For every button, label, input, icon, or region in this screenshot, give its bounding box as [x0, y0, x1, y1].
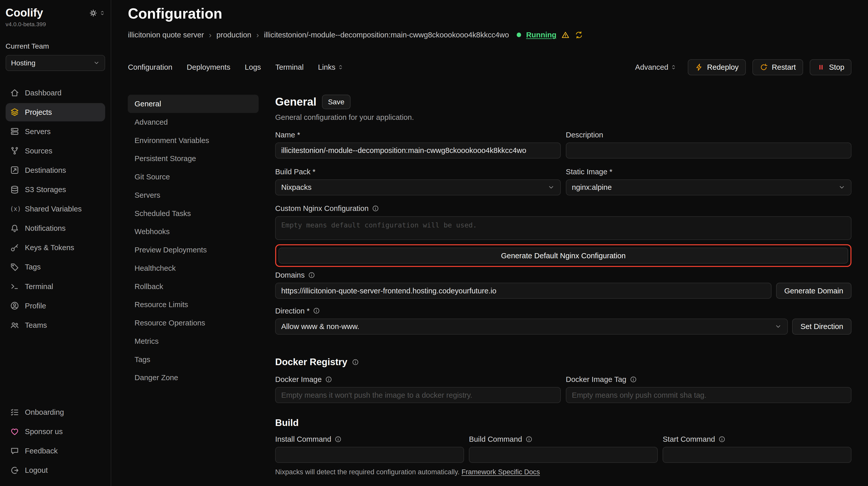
subnav-danger-zone[interactable]: Danger Zone [128, 369, 258, 387]
sidebar-item-servers[interactable]: Servers [6, 122, 105, 141]
warning-icon[interactable] [561, 31, 570, 39]
stop-icon [817, 63, 825, 71]
breadcrumb-separator [256, 31, 259, 39]
docker-grid: Docker Image Docker Image Tag [275, 375, 851, 403]
info-icon[interactable] [525, 435, 532, 443]
restart-button[interactable]: Restart [752, 59, 803, 75]
refresh-status-icon[interactable] [575, 31, 583, 39]
build-pack-select[interactable]: Nixpacks [275, 180, 561, 195]
set-direction-button[interactable]: Set Direction [792, 319, 851, 334]
annotation-highlight-ring: Generate Default Nginx Configuration [275, 244, 851, 267]
nginx-config-textarea[interactable] [275, 216, 851, 240]
build-command-label: Build Command [469, 435, 658, 444]
info-icon[interactable] [630, 376, 637, 383]
tab-logs[interactable]: Logs [245, 63, 261, 71]
info-icon[interactable] [325, 376, 332, 383]
framework-docs-link[interactable]: Framework Specific Docs [462, 468, 540, 476]
docker-image-tag-input[interactable] [566, 387, 851, 403]
current-team-label: Current Team [6, 42, 105, 51]
subnav-resource-operations[interactable]: Resource Operations [128, 314, 258, 332]
status-running-link[interactable]: Running [526, 31, 556, 39]
sidebar-item-onboarding[interactable]: Onboarding [6, 403, 105, 421]
sidebar-item-notifications[interactable]: Notifications [6, 219, 105, 237]
subnav-metrics[interactable]: Metrics [128, 332, 258, 350]
nixpacks-note: Nixpacks will detect the required config… [275, 468, 851, 476]
tab-deployments[interactable]: Deployments [187, 63, 230, 71]
redeploy-button[interactable]: Redeploy [688, 59, 746, 75]
advanced-dropdown[interactable]: Advanced [635, 63, 677, 71]
database-icon [10, 185, 19, 194]
content: General Advanced Environment Variables P… [128, 95, 851, 486]
info-icon[interactable] [372, 205, 379, 212]
sidebar-item-keys-tokens[interactable]: Keys & Tokens [6, 239, 105, 257]
install-command-input[interactable] [275, 447, 464, 463]
docker-image-tag-label: Docker Image Tag [566, 375, 851, 384]
subnav-webhooks[interactable]: Webhooks [128, 222, 258, 241]
restart-icon [760, 63, 768, 71]
general-form: General Save General configuration for y… [275, 95, 851, 486]
generate-domain-button[interactable]: Generate Domain [776, 283, 852, 299]
sidebar-item-logout[interactable]: Logout [6, 461, 105, 479]
action-buttons: Advanced Redeploy Restart Stop [635, 59, 851, 75]
subnav-persistent-storage[interactable]: Persistent Storage [128, 149, 258, 168]
direction-select[interactable]: Allow www & non-www. [275, 319, 788, 334]
sidebar-item-sponsor[interactable]: Sponsor us [6, 422, 105, 441]
domains-input[interactable] [275, 283, 772, 299]
theme-toggle[interactable] [89, 9, 105, 17]
sidebar-item-teams[interactable]: Teams [6, 316, 105, 334]
sidebar-item-profile[interactable]: Profile [6, 297, 105, 315]
start-command-label: Start Command [662, 435, 851, 444]
sidebar-item-terminal[interactable]: Terminal [6, 277, 105, 296]
start-command-input[interactable] [662, 447, 851, 463]
status-dot [517, 33, 521, 37]
description-input[interactable] [566, 142, 851, 159]
info-icon[interactable] [352, 358, 359, 366]
info-icon[interactable] [313, 307, 320, 314]
info-icon[interactable] [335, 435, 342, 443]
sidebar-item-shared-variables[interactable]: Shared Variables [6, 200, 105, 218]
docker-image-input[interactable] [275, 387, 561, 403]
breadcrumb-resource: illicitestonion/-module--decomposition:m… [264, 31, 509, 39]
name-input[interactable] [275, 142, 561, 159]
build-title: Build [275, 418, 851, 428]
subnav-environment-variables[interactable]: Environment Variables [128, 131, 258, 150]
save-button[interactable]: Save [322, 95, 350, 109]
heart-icon [10, 427, 19, 436]
subnav-scheduled-tasks[interactable]: Scheduled Tasks [128, 204, 258, 223]
key-icon [10, 243, 19, 252]
info-icon[interactable] [308, 271, 315, 279]
tab-links[interactable]: Links [318, 63, 344, 71]
static-image-select[interactable]: nginx:alpine [566, 180, 851, 195]
sidebar-item-sources[interactable]: Sources [6, 142, 105, 160]
name-label: Name * [275, 131, 561, 139]
sidebar-item-s3-storages[interactable]: S3 Storages [6, 181, 105, 199]
sidebar-item-dashboard[interactable]: Dashboard [6, 84, 105, 102]
subnav-tags[interactable]: Tags [128, 350, 258, 369]
info-icon[interactable] [718, 435, 725, 443]
subnav-git-source[interactable]: Git Source [128, 168, 258, 186]
breadcrumb-project[interactable]: illicitonion quote server [128, 31, 204, 39]
team-select[interactable]: Hosting [6, 55, 105, 71]
subnav-servers[interactable]: Servers [128, 186, 258, 204]
chevrons-up-down-icon [671, 64, 677, 70]
sidebar-item-destinations[interactable]: Destinations [6, 161, 105, 180]
subnav-healthcheck[interactable]: Healthcheck [128, 259, 258, 277]
team-select-value: Hosting [11, 59, 35, 67]
domains-field: Domains Generate Domain [275, 271, 851, 299]
sidebar-item-feedback[interactable]: Feedback [6, 442, 105, 460]
stop-button[interactable]: Stop [810, 59, 851, 75]
tab-terminal[interactable]: Terminal [275, 63, 304, 71]
sidebar-item-tags[interactable]: Tags [6, 258, 105, 276]
build-command-input[interactable] [469, 447, 658, 463]
generate-nginx-config-button[interactable]: Generate Default Nginx Configuration [278, 248, 848, 264]
breadcrumb-environment[interactable]: production [216, 31, 251, 39]
subnav-advanced[interactable]: Advanced [128, 113, 258, 131]
subnav-preview-deployments[interactable]: Preview Deployments [128, 241, 258, 259]
direction-label: Direction * [275, 306, 851, 315]
subnav-rollback[interactable]: Rollback [128, 277, 258, 296]
static-image-label: Static Image * [566, 167, 851, 176]
subnav-resource-limits[interactable]: Resource Limits [128, 296, 258, 314]
subnav-general[interactable]: General [128, 95, 258, 113]
tab-configuration[interactable]: Configuration [128, 63, 172, 71]
sidebar-item-projects[interactable]: Projects [6, 103, 105, 121]
